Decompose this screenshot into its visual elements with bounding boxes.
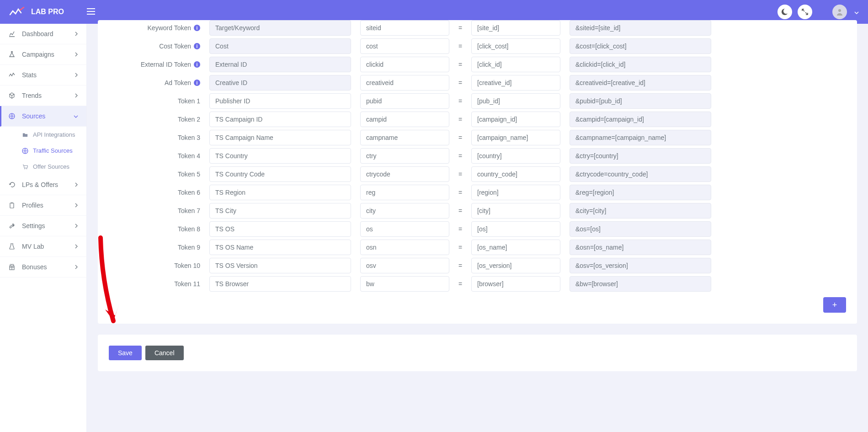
globe-icon — [22, 148, 28, 154]
token-param-input[interactable] — [360, 93, 449, 109]
cart-icon — [22, 164, 28, 170]
token-param-input[interactable] — [360, 38, 449, 54]
token-value-input[interactable] — [471, 166, 560, 182]
sidebar-item-label: Stats — [22, 71, 37, 79]
token-row: Keyword Tokeni = — [109, 20, 846, 36]
token-value-input[interactable] — [471, 130, 560, 145]
expand-icon — [802, 9, 808, 15]
token-name-input[interactable] — [209, 93, 351, 109]
token-value-input[interactable] — [471, 185, 560, 200]
token-value-input[interactable] — [471, 203, 560, 219]
logo[interactable]: LAB PRO — [9, 6, 64, 17]
token-value-input[interactable] — [471, 20, 560, 36]
token-value-input[interactable] — [471, 258, 560, 273]
token-param-input[interactable] — [360, 185, 449, 200]
sidebar-item-campaigns[interactable]: Campaigns — [0, 44, 86, 65]
token-value-input[interactable] — [471, 38, 560, 54]
sidebar-item-dashboard[interactable]: Dashboard — [0, 24, 86, 44]
token-value-input[interactable] — [471, 276, 560, 292]
info-icon[interactable]: i — [194, 80, 200, 86]
user-icon — [836, 8, 844, 16]
equals-sign: = — [458, 171, 462, 178]
token-name-input[interactable] — [209, 258, 351, 273]
token-result-output — [570, 20, 711, 36]
token-name-input[interactable] — [209, 221, 351, 237]
sidebar-item-label: Settings — [22, 222, 45, 229]
globe-icon — [8, 113, 16, 119]
token-result-output — [570, 240, 711, 255]
sidebar-sub-traffic-sources[interactable]: Traffic Sources — [0, 143, 86, 159]
svg-rect-5 — [10, 203, 14, 208]
sidebar-item-bonuses[interactable]: Bonuses — [0, 257, 86, 277]
chart-icon — [8, 31, 16, 37]
token-name-input[interactable] — [209, 203, 351, 219]
token-value-input[interactable] — [471, 75, 560, 91]
token-row: Token 7 = — [109, 203, 846, 219]
token-value-input[interactable] — [471, 57, 560, 72]
token-name-input[interactable] — [209, 240, 351, 255]
info-icon[interactable]: i — [194, 25, 200, 31]
dark-mode-toggle[interactable] — [777, 5, 792, 19]
save-button[interactable]: Save — [109, 346, 142, 360]
equals-sign: = — [458, 97, 462, 105]
token-param-input[interactable] — [360, 148, 449, 164]
add-token-button[interactable]: + — [823, 297, 846, 313]
token-param-input[interactable] — [360, 57, 449, 72]
token-param-input[interactable] — [360, 130, 449, 145]
token-name-input[interactable] — [209, 185, 351, 200]
hamburger-icon[interactable] — [87, 7, 95, 17]
token-param-input[interactable] — [360, 240, 449, 255]
token-param-input[interactable] — [360, 75, 449, 91]
equals-sign: = — [458, 280, 462, 288]
token-name-input[interactable] — [209, 57, 351, 72]
flask-icon — [8, 51, 16, 58]
token-row: Token 1 = — [109, 93, 846, 109]
zigzag-icon — [8, 72, 16, 78]
token-name-input[interactable] — [209, 276, 351, 292]
token-label: Token 8 — [109, 225, 200, 233]
fullscreen-toggle[interactable] — [798, 5, 812, 19]
token-value-input[interactable] — [471, 221, 560, 237]
token-param-input[interactable] — [360, 276, 449, 292]
info-icon[interactable]: i — [194, 61, 200, 68]
token-name-input[interactable] — [209, 130, 351, 145]
token-label: Token 4 — [109, 152, 200, 160]
sidebar-item-mv-lab[interactable]: MV Lab — [0, 236, 86, 257]
sidebar-item-sources[interactable]: Sources — [0, 106, 86, 127]
token-value-input[interactable] — [471, 240, 560, 255]
token-name-input[interactable] — [209, 112, 351, 127]
token-label: Token 1 — [109, 97, 200, 105]
token-param-input[interactable] — [360, 258, 449, 273]
token-param-input[interactable] — [360, 166, 449, 182]
sidebar-item-lps-offers[interactable]: LPs & Offers — [0, 175, 86, 195]
sidebar-item-settings[interactable]: Settings — [0, 216, 86, 236]
token-value-input[interactable] — [471, 112, 560, 127]
token-name-input[interactable] — [209, 148, 351, 164]
token-name-input[interactable] — [209, 20, 351, 36]
equals-sign: = — [458, 116, 462, 123]
cancel-button[interactable]: Cancel — [145, 346, 184, 360]
token-param-input[interactable] — [360, 20, 449, 36]
token-name-input[interactable] — [209, 166, 351, 182]
token-param-input[interactable] — [360, 203, 449, 219]
sidebar-item-profiles[interactable]: Profiles — [0, 195, 86, 216]
token-name-input[interactable] — [209, 38, 351, 54]
actions-card: Save Cancel — [98, 335, 857, 371]
svg-point-3 — [24, 168, 25, 169]
token-result-output — [570, 112, 711, 127]
gift-icon — [8, 264, 16, 270]
token-value-input[interactable] — [471, 93, 560, 109]
sidebar-sub-api-integrations[interactable]: API Integrations — [0, 127, 86, 143]
token-result-output — [570, 148, 711, 164]
token-param-input[interactable] — [360, 112, 449, 127]
token-value-input[interactable] — [471, 148, 560, 164]
token-label: Token 9 — [109, 244, 200, 251]
user-chevron-icon[interactable] — [854, 8, 859, 16]
info-icon[interactable]: i — [194, 43, 200, 49]
sidebar-item-stats[interactable]: Stats — [0, 65, 86, 85]
sidebar-sub-offer-sources[interactable]: Offer Sources — [0, 159, 86, 175]
token-name-input[interactable] — [209, 75, 351, 91]
token-param-input[interactable] — [360, 221, 449, 237]
user-avatar[interactable] — [832, 5, 847, 19]
sidebar-item-trends[interactable]: Trends — [0, 85, 86, 106]
